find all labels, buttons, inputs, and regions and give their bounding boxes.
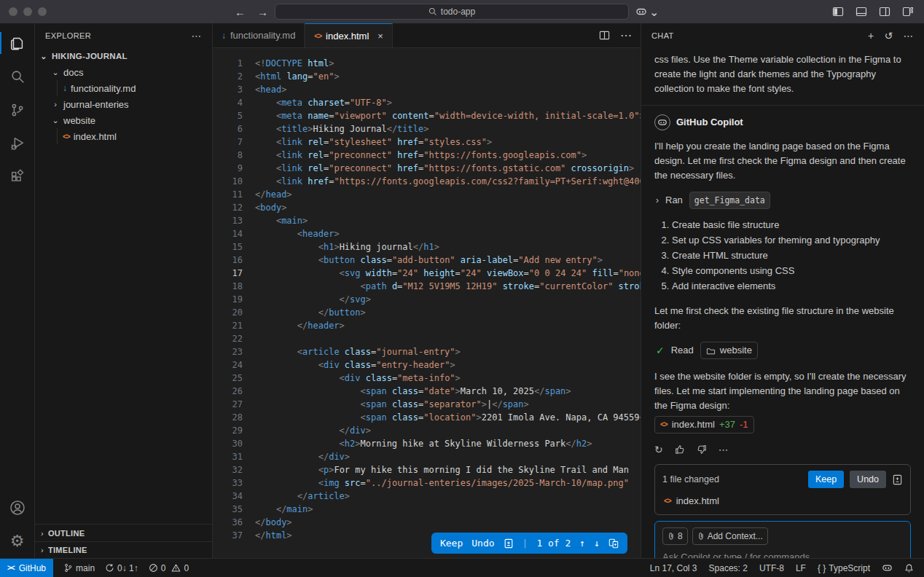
keep-all-button[interactable]: Keep [808, 471, 844, 488]
minimize-window-button[interactable] [23, 7, 32, 16]
notifications-bell-icon[interactable] [904, 563, 914, 573]
navigate-back-button[interactable]: ← [235, 6, 246, 18]
new-chat-button[interactable]: + [868, 30, 874, 42]
code-line[interactable]: 29 </div> [213, 424, 641, 437]
code-line[interactable]: 8 <link rel="preconnect" href="https://f… [213, 149, 641, 162]
explorer-more-actions-button[interactable]: ⋯ [192, 30, 202, 42]
toggle-secondary-sidebar-button[interactable] [879, 6, 890, 17]
close-window-button[interactable] [9, 7, 17, 16]
search-activity-button[interactable] [0, 60, 35, 93]
toggle-primary-sidebar-button[interactable] [832, 6, 844, 17]
run-debug-activity-button[interactable] [0, 127, 35, 160]
code-line[interactable]: 25 <div class="meta-info"> [213, 372, 641, 385]
language-indicator[interactable]: { } TypeScript [818, 563, 870, 573]
keep-change-button[interactable]: Keep [440, 537, 463, 550]
editor-more-actions-button[interactable]: ⋯ [620, 28, 632, 42]
view-changes-icon[interactable] [892, 474, 903, 485]
attachments-chip[interactable]: 8 [662, 527, 688, 545]
code-line[interactable]: 9 <link rel="preconnect" href="https://f… [213, 162, 641, 175]
command-center-search[interactable]: todo-app [275, 4, 629, 20]
tree-item-root[interactable]: ⌄ HIKING-JOURNAL [35, 48, 212, 64]
extensions-activity-button[interactable] [0, 160, 35, 194]
code-line[interactable]: 27 <span class="separator">|</span> [213, 398, 641, 411]
sync-indicator[interactable]: 0↓ 1↑ [105, 563, 138, 573]
code-line[interactable]: 36</body> [213, 516, 641, 529]
tree-item-website[interactable]: ⌄ website [35, 112, 212, 128]
tree-item-journal-enteries[interactable]: › journal-enteries [35, 96, 212, 112]
code-line[interactable]: 24 <div class="entry-header"> [213, 358, 641, 372]
add-context-button[interactable]: Add Context... [692, 527, 768, 545]
code-line[interactable]: 1<!DOCTYPE html> [213, 57, 641, 70]
explorer-activity-button[interactable] [0, 26, 35, 60]
code-line[interactable]: 31 </div> [213, 450, 641, 463]
tab-index-html[interactable]: <> index.html × [305, 23, 393, 47]
copilot-status-icon[interactable] [882, 562, 893, 573]
split-editor-button[interactable] [599, 30, 610, 41]
code-line[interactable]: 32 <p>For my hike this morning I did the… [213, 463, 641, 476]
code-line[interactable]: 19 </svg> [213, 293, 641, 306]
cursor-position-indicator[interactable]: Ln 17, Col 3 [650, 563, 697, 573]
message-more-actions-button[interactable]: ⋯ [719, 442, 729, 457]
toggle-panel-button[interactable] [856, 6, 867, 17]
open-diff-button[interactable] [608, 538, 619, 549]
code-line[interactable]: 14 <header> [213, 227, 641, 240]
close-tab-button[interactable]: × [377, 31, 383, 42]
chat-history-button[interactable]: ↺ [884, 30, 893, 42]
code-line[interactable]: 33 <img src="../journal-enteries/images/… [213, 476, 641, 490]
tree-item-index-html[interactable]: <> index.html [35, 128, 212, 144]
changed-file-item[interactable]: <> index.html [662, 494, 903, 509]
zoom-window-button[interactable] [38, 7, 47, 16]
branch-indicator[interactable]: main [63, 563, 95, 573]
rerun-button[interactable]: ↻ [654, 442, 663, 457]
file-changes-icon[interactable] [504, 538, 514, 549]
code-line[interactable]: 11</head> [213, 188, 641, 201]
navigate-forward-button[interactable]: → [257, 6, 268, 18]
source-control-activity-button[interactable] [0, 93, 35, 127]
code-line[interactable]: 22 [213, 332, 641, 345]
chat-message-input[interactable] [662, 552, 903, 558]
outline-section-header[interactable]: › OUTLINE [35, 525, 212, 541]
code-line[interactable]: 12<body> [213, 201, 641, 214]
code-line[interactable]: 30 <h2>Morning hike at Skyline Wildernes… [213, 437, 641, 450]
tab-functionality-md[interactable]: ↓ functionality.md [213, 23, 305, 47]
previous-change-button[interactable]: ↑ [579, 537, 585, 550]
code-line[interactable]: 6 <title>Hiking Journal</title> [213, 122, 641, 136]
code-line[interactable]: 3<head> [213, 83, 641, 96]
undo-all-button[interactable]: Undo [850, 471, 886, 488]
code-line[interactable]: 18 <path d="M12 5V19M5 12H19" stroke="cu… [213, 280, 641, 293]
thumbs-up-button[interactable] [675, 444, 685, 455]
problems-indicator[interactable]: 0 0 [149, 563, 189, 573]
settings-button[interactable]: ⚙ [0, 525, 35, 558]
code-line[interactable]: 26 <span class="date">March 10, 2025</sp… [213, 385, 641, 398]
code-line[interactable]: 28 <span class="location">2201 Imola Ave… [213, 411, 641, 424]
copilot-menu-button[interactable]: ⌄ [635, 5, 659, 19]
indentation-indicator[interactable]: Spaces: 2 [709, 563, 748, 573]
code-line[interactable]: 16 <button class="add-button" aria-label… [213, 254, 641, 267]
code-editor[interactable]: 1<!DOCTYPE html>2<html lang="en">3<head>… [213, 48, 641, 558]
next-change-button[interactable]: ↓ [594, 537, 600, 550]
tree-item-docs[interactable]: ⌄ docs [35, 64, 212, 80]
code-line[interactable]: 5 <meta name="viewport" content="width=d… [213, 109, 641, 122]
code-line[interactable]: 17 <svg width="24" height="24" viewBox="… [213, 267, 641, 280]
code-line[interactable]: 4 <meta charset="UTF-8"> [213, 96, 641, 109]
tool-run-row[interactable]: › Ran get_Figma_data [656, 192, 911, 209]
remote-indicator[interactable]: >< GitHub [0, 559, 53, 577]
undo-change-button[interactable]: Undo [471, 537, 494, 550]
eol-indicator[interactable]: LF [796, 563, 806, 573]
code-line[interactable]: 13 <main> [213, 214, 641, 227]
code-line[interactable]: 7 <link rel="stylesheet" href="styles.cs… [213, 136, 641, 149]
accounts-button[interactable] [0, 491, 35, 525]
code-line[interactable]: 20 </button> [213, 306, 641, 319]
chat-more-actions-button[interactable]: ⋯ [904, 30, 914, 42]
code-line[interactable]: 34 </article> [213, 490, 641, 503]
thumbs-down-button[interactable] [697, 444, 707, 455]
code-line[interactable]: 35 </main> [213, 503, 641, 516]
window-controls[interactable] [9, 7, 47, 16]
file-chip[interactable]: <> index.html +37 -1 [654, 416, 754, 433]
tree-item-functionality-md[interactable]: ↓ functionality.md [35, 80, 212, 96]
customize-layout-button[interactable] [902, 6, 914, 17]
code-line[interactable]: 2<html lang="en"> [213, 70, 641, 83]
chat-input-box[interactable]: 8 Add Context... Agent ∨ [654, 521, 911, 558]
tool-read-row[interactable]: ✓ Read website [656, 342, 911, 359]
encoding-indicator[interactable]: UTF-8 [759, 563, 784, 573]
